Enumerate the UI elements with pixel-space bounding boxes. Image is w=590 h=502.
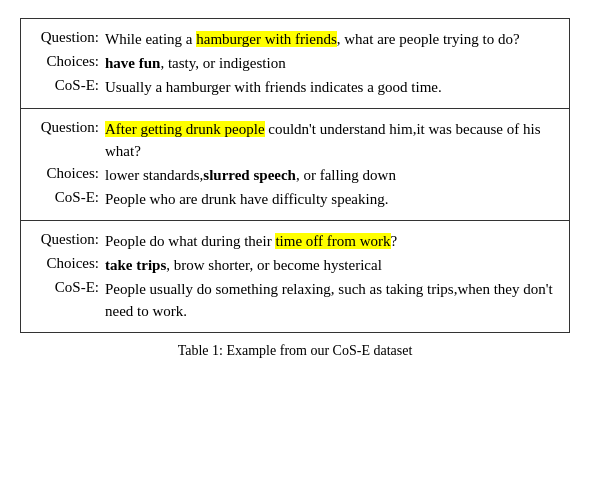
cose-label-1: CoS-E: [33, 77, 105, 94]
row-group-2: Question: After getting drunk people cou… [21, 109, 569, 221]
cose-label-2: CoS-E: [33, 189, 105, 206]
question-row-3: Question: People do what during their ti… [33, 231, 557, 253]
cose-content-1: Usually a hamburger with friends indicat… [105, 77, 557, 99]
bold-choice-2: slurred speech [203, 167, 296, 183]
question-label-1: Question: [33, 29, 105, 46]
cose-content-2: People who are drunk have difficulty spe… [105, 189, 557, 211]
highlight-2: After getting drunk people [105, 121, 265, 137]
cose-label-3: CoS-E: [33, 279, 105, 296]
cose-row-3: CoS-E: People usually do something relax… [33, 279, 557, 323]
choices-content-1: have fun, tasty, or indigestion [105, 53, 557, 75]
question-content-3: People do what during their time off fro… [105, 231, 557, 253]
row-group-1: Question: While eating a hamburger with … [21, 19, 569, 109]
choices-row-3: Choices: take trips, brow shorter, or be… [33, 255, 557, 277]
cose-row-2: CoS-E: People who are drunk have difficu… [33, 189, 557, 211]
bold-choice-1: have fun [105, 55, 160, 71]
question-row-1: Question: While eating a hamburger with … [33, 29, 557, 51]
main-table: Question: While eating a hamburger with … [20, 18, 570, 333]
choices-content-3: take trips, brow shorter, or become hyst… [105, 255, 557, 277]
table-caption: Table 1: Example from our CoS-E dataset [20, 343, 570, 359]
caption-text: Table 1: Example from our CoS-E dataset [178, 343, 413, 358]
choices-content-2: lower standards,slurred speech, or falli… [105, 165, 557, 187]
choices-label-2: Choices: [33, 165, 105, 182]
question-row-2: Question: After getting drunk people cou… [33, 119, 557, 163]
choices-row-2: Choices: lower standards,slurred speech,… [33, 165, 557, 187]
choices-row-1: Choices: have fun, tasty, or indigestion [33, 53, 557, 75]
choices-label-1: Choices: [33, 53, 105, 70]
bold-choice-3: take trips [105, 257, 166, 273]
choices-label-3: Choices: [33, 255, 105, 272]
question-label-3: Question: [33, 231, 105, 248]
cose-row-1: CoS-E: Usually a hamburger with friends … [33, 77, 557, 99]
question-label-2: Question: [33, 119, 105, 136]
question-content-1: While eating a hamburger with friends, w… [105, 29, 557, 51]
question-content-2: After getting drunk people couldn't unde… [105, 119, 557, 163]
cose-content-3: People usually do something relaxing, su… [105, 279, 557, 323]
highlight-1: hamburger with friends [196, 31, 337, 47]
highlight-3: time off from work [275, 233, 390, 249]
row-group-3: Question: People do what during their ti… [21, 221, 569, 332]
